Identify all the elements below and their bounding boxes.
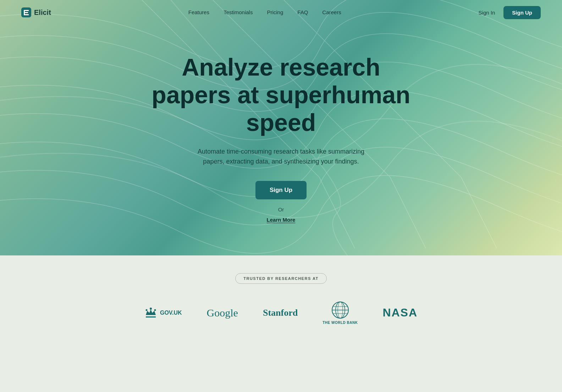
nasa-text: NASA bbox=[382, 306, 418, 319]
trusted-badge: TRUSTED BY RESEARCHERS AT bbox=[235, 273, 326, 284]
logo-text: Elicit bbox=[34, 9, 51, 17]
svg-point-3 bbox=[154, 309, 156, 311]
logo-worldbank: THE WORLD BANK bbox=[323, 301, 358, 325]
hero-or-text: Or bbox=[278, 206, 284, 212]
navbar: Elicit Features Testimonials Pricing FAQ… bbox=[0, 0, 562, 25]
nav-item-features[interactable]: Features bbox=[188, 9, 209, 16]
svg-point-2 bbox=[145, 309, 147, 311]
trusted-section: TRUSTED BY RESEARCHERS AT GOV.UK Google bbox=[0, 255, 562, 346]
stanford-text: Stanford bbox=[263, 308, 298, 318]
svg-point-1 bbox=[150, 308, 152, 310]
logo-nasa: NASA bbox=[382, 306, 418, 319]
nav-link-testimonials[interactable]: Testimonials bbox=[224, 9, 253, 15]
logo-govuk: GOV.UK bbox=[144, 307, 182, 319]
learn-more-button[interactable]: Learn More bbox=[267, 217, 296, 223]
nav-link-pricing[interactable]: Pricing bbox=[267, 9, 283, 15]
nav-links: Features Testimonials Pricing FAQ Career… bbox=[188, 9, 341, 16]
logo-stanford: Stanford bbox=[263, 308, 298, 318]
nav-item-faq[interactable]: FAQ bbox=[297, 9, 308, 16]
signin-button[interactable]: Sign In bbox=[479, 10, 495, 16]
logo-link[interactable]: Elicit bbox=[21, 7, 51, 17]
hero-subtitle: Automate time-consuming research tasks l… bbox=[189, 147, 373, 167]
nav-actions: Sign In Sign Up bbox=[479, 6, 541, 19]
nav-item-pricing[interactable]: Pricing bbox=[267, 9, 283, 16]
nav-link-faq[interactable]: FAQ bbox=[297, 9, 308, 15]
logo-google: Google bbox=[207, 307, 238, 319]
worldbank-text: THE WORLD BANK bbox=[323, 321, 358, 325]
nav-link-careers[interactable]: Careers bbox=[322, 9, 341, 15]
nav-item-careers[interactable]: Careers bbox=[322, 9, 341, 16]
crown-icon bbox=[144, 307, 157, 319]
signup-hero-button[interactable]: Sign Up bbox=[255, 181, 307, 199]
nav-item-testimonials[interactable]: Testimonials bbox=[224, 9, 253, 16]
hero-title: Analyze research papers at superhuman sp… bbox=[139, 53, 423, 137]
trusted-logos: GOV.UK Google Stanford THE WORLD BANK bbox=[144, 301, 418, 325]
hero-content: Analyze research papers at superhuman sp… bbox=[0, 25, 562, 244]
logo-icon bbox=[21, 7, 31, 17]
hero-section: Elicit Features Testimonials Pricing FAQ… bbox=[0, 0, 562, 255]
globe-icon bbox=[331, 301, 349, 319]
google-text: Google bbox=[207, 307, 238, 319]
govuk-text: GOV.UK bbox=[160, 310, 182, 316]
nav-link-features[interactable]: Features bbox=[188, 9, 209, 15]
signup-nav-button[interactable]: Sign Up bbox=[503, 6, 541, 19]
